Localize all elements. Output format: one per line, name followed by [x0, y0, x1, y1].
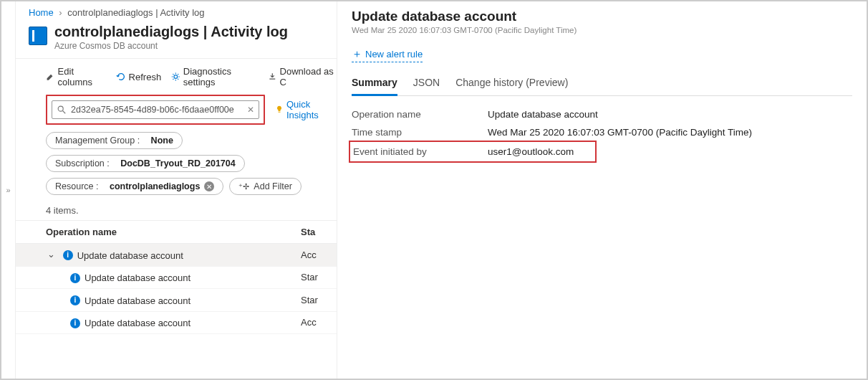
search-input[interactable]: [71, 105, 243, 115]
clear-search-button[interactable]: ✕: [247, 105, 254, 115]
filter-pill-mgmt-group[interactable]: Management Group : None: [46, 132, 183, 149]
field-label-timestamp: Time stamp: [352, 127, 488, 138]
detail-title: Update database account: [352, 9, 852, 24]
new-alert-rule-link[interactable]: ＋ New alert rule: [352, 47, 423, 62]
table-row[interactable]: ⌄ iUpdate database account Acc: [16, 244, 337, 267]
filter-pill-subscription[interactable]: Subscription : DocDB_Tryout_RD_201704: [46, 155, 245, 172]
refresh-icon: [116, 72, 126, 82]
add-filter-button[interactable]: ⁺✢ Add Filter: [229, 178, 302, 195]
table-row[interactable]: iUpdate database account Star: [16, 289, 337, 312]
field-value-timestamp: Wed Mar 25 2020 16:07:03 GMT-0700 (Pacif…: [488, 127, 852, 138]
info-icon: i: [70, 273, 80, 283]
svg-point-0: [174, 75, 178, 79]
breadcrumb-home[interactable]: Home: [29, 7, 54, 18]
download-button[interactable]: Download as C: [268, 66, 337, 87]
bulb-icon: [275, 105, 284, 115]
info-icon: i: [70, 295, 80, 305]
info-icon: i: [70, 318, 80, 328]
refresh-button[interactable]: Refresh: [116, 72, 162, 82]
quick-insights-link[interactable]: Quick Insights: [275, 99, 337, 120]
edit-columns-button[interactable]: Edit columns: [46, 66, 106, 87]
tab-json[interactable]: JSON: [413, 72, 440, 95]
item-count: 4 items.: [16, 201, 337, 220]
svg-line-2: [63, 111, 66, 114]
page-title: controlplanediaglogs | Activity log: [54, 24, 288, 40]
status-cell: Star: [301, 272, 337, 282]
table-row[interactable]: iUpdate database account Acc: [16, 312, 337, 335]
chevron-down-icon[interactable]: ⌄: [46, 249, 56, 260]
gear-icon: [171, 72, 180, 82]
status-cell: Acc: [301, 250, 337, 260]
resource-icon: [29, 27, 47, 45]
download-icon: [268, 72, 277, 82]
expand-handle[interactable]: »: [1, 1, 16, 379]
search-highlight: ✕: [46, 95, 265, 125]
tab-summary[interactable]: Summary: [352, 72, 397, 96]
breadcrumb-current: controlplanediaglogs | Activity log: [67, 7, 204, 18]
filter-pill-resource[interactable]: Resource : controlplanediaglogs ✕: [46, 178, 223, 195]
pencil-icon: [46, 72, 55, 82]
table-row[interactable]: iUpdate database account Star: [16, 267, 337, 290]
chevron-right-icon: ›: [59, 7, 62, 18]
breadcrumb: Home › controlplanediaglogs | Activity l…: [16, 7, 337, 22]
status-cell: Acc: [301, 317, 337, 328]
field-value-initiated-by: user1@outlook.com: [488, 145, 852, 158]
detail-timestamp: Wed Mar 25 2020 16:07:03 GMT-0700 (Pacif…: [352, 26, 852, 34]
field-label-operation: Operation name: [352, 109, 488, 120]
remove-filter-button[interactable]: ✕: [204, 181, 214, 191]
status-cell: Star: [301, 295, 337, 305]
col-operation[interactable]: Operation name: [46, 227, 301, 237]
col-status[interactable]: Sta: [301, 227, 337, 237]
info-icon: i: [63, 250, 73, 260]
field-label-initiated-by: Event initiated by: [349, 141, 491, 163]
plus-icon: ＋: [352, 47, 362, 61]
field-value-operation: Update database account: [488, 109, 852, 120]
search-input-wrap: ✕: [52, 100, 259, 119]
page-subtitle: Azure Cosmos DB account: [54, 41, 288, 51]
diagnostics-button[interactable]: Diagnostics settings: [171, 66, 258, 87]
table-header: Operation name Sta: [16, 220, 337, 244]
tab-change-history[interactable]: Change history (Preview): [455, 72, 568, 95]
svg-point-1: [58, 106, 63, 111]
detail-tabs: Summary JSON Change history (Preview): [352, 72, 852, 96]
search-icon: [57, 105, 67, 115]
